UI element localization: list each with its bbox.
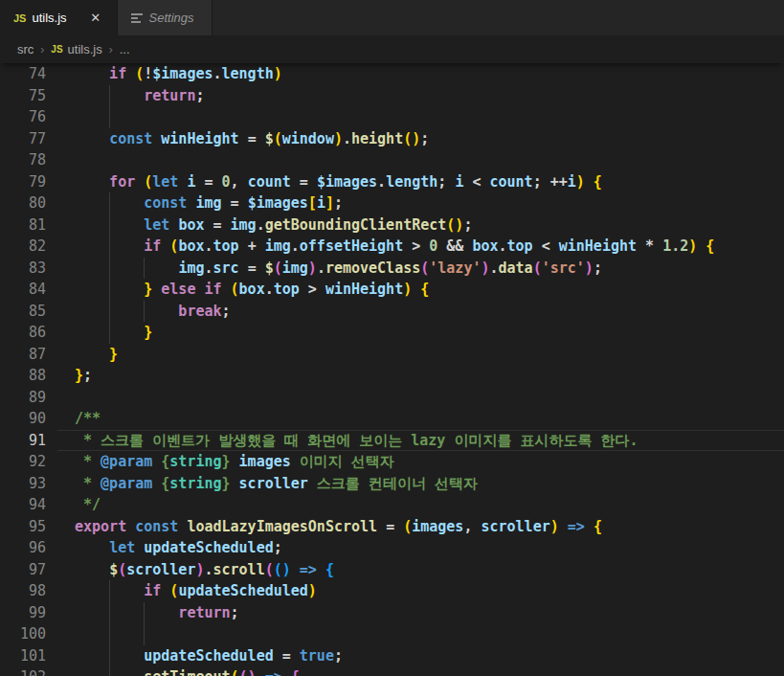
code-token: i <box>317 194 325 212</box>
breadcrumb-item-[interactable]: ... <box>120 42 130 56</box>
code-token: . <box>490 259 499 277</box>
line-number[interactable]: 74 <box>0 63 46 85</box>
tab-label: utils.js <box>32 11 66 25</box>
breadcrumb-item-utilsjs[interactable]: JSutils.js <box>51 42 101 56</box>
line-number[interactable]: 94 <box>0 494 46 516</box>
line-number[interactable]: 87 <box>0 344 46 366</box>
code-token <box>75 561 109 578</box>
indent-guide-icon <box>109 258 110 280</box>
code-line[interactable]: 82 if (box.top + img.offsetHeight > 0 &&… <box>0 236 784 258</box>
code-token: 이미지 선택자 <box>291 453 394 470</box>
code-line[interactable]: 83 img.src = $(img).removeClass('lazy').… <box>0 258 784 280</box>
code-token: data <box>499 259 533 277</box>
code-line[interactable]: 91 * 스크롤 이벤트가 발생했을 때 화면에 보이는 lazy 이미지를 표… <box>0 430 784 452</box>
code-token: string <box>169 453 221 470</box>
code-line[interactable]: 88}; <box>0 365 784 387</box>
code-line[interactable]: 98 if (updateScheduled) <box>0 580 784 602</box>
code-line[interactable]: 85 break; <box>0 301 784 323</box>
line-number[interactable]: 85 <box>0 301 46 323</box>
line-number[interactable]: 89 <box>0 387 46 409</box>
line-number[interactable]: 79 <box>0 171 46 193</box>
line-number[interactable]: 81 <box>0 214 46 237</box>
line-number[interactable]: 96 <box>0 537 46 559</box>
code-token: * <box>75 475 101 492</box>
close-icon[interactable]: ✕ <box>86 9 105 28</box>
code-line[interactable]: 80 const img = $images[i]; <box>0 192 784 214</box>
code-line[interactable]: 101 updateScheduled = true; <box>0 645 784 667</box>
indent-guide-icon <box>109 192 110 214</box>
editor[interactable]: 74 if (!$images.length)75 return;7677 co… <box>0 63 784 676</box>
code-line[interactable]: 78 <box>0 149 784 171</box>
code-token: > <box>308 281 325 298</box>
code-line[interactable]: 81 let box = img.getBoundingClientRect()… <box>0 214 784 237</box>
code-token: = <box>231 194 248 212</box>
code-line[interactable]: 95export const loadLazyImagesOnScroll = … <box>0 516 784 538</box>
indent-guide-icon <box>109 236 110 258</box>
code-token: ( <box>274 130 282 147</box>
code-line[interactable]: 100 <box>0 623 784 645</box>
line-number[interactable]: 78 <box>0 149 46 171</box>
code-line[interactable]: 87 } <box>0 344 784 366</box>
line-number[interactable]: 80 <box>0 192 46 214</box>
tab-utilsjs[interactable]: JSutils.js✕ <box>0 0 118 35</box>
line-number[interactable]: 83 <box>0 258 46 280</box>
line-number[interactable]: 76 <box>0 106 46 128</box>
line-number[interactable]: 92 <box>0 451 46 473</box>
code-line[interactable]: 94 */ <box>0 494 784 516</box>
code-line[interactable]: 75 return; <box>0 85 784 107</box>
code-token: $ <box>109 561 118 578</box>
code-token: if <box>75 65 135 82</box>
line-number[interactable]: 77 <box>0 128 46 150</box>
code-text: break; <box>75 303 231 320</box>
code-line[interactable]: 96 let updateScheduled; <box>0 537 784 559</box>
line-number[interactable]: 93 <box>0 473 46 495</box>
code-token: ; <box>334 647 343 665</box>
line-number[interactable]: 99 <box>0 602 46 624</box>
indent-guide-icon <box>144 258 145 280</box>
line-number[interactable]: 98 <box>0 580 46 602</box>
line-number[interactable]: 102 <box>0 666 46 676</box>
code-token: export <box>75 518 135 535</box>
code-token: count <box>248 173 300 191</box>
code-line[interactable]: 84 } else if (box.top > winHeight) { <box>0 279 784 301</box>
line-number[interactable]: 88 <box>0 365 46 387</box>
code-line[interactable]: 89 <box>0 387 784 409</box>
code-line[interactable]: 102 setTimeout(() => { <box>0 666 784 676</box>
code-line[interactable]: 86 } <box>0 322 784 344</box>
code-line[interactable]: 99 return; <box>0 602 784 624</box>
code-token: i <box>187 173 204 191</box>
line-number[interactable]: 97 <box>0 559 46 581</box>
code-token: ) { <box>688 237 714 255</box>
code-line[interactable]: 77 const winHeight = $(window).height(); <box>0 128 784 150</box>
line-number[interactable]: 100 <box>0 623 46 645</box>
line-number[interactable]: 82 <box>0 236 46 258</box>
code-token: { <box>325 561 334 578</box>
line-number[interactable]: 86 <box>0 322 46 344</box>
code-token: 'lazy' <box>429 259 481 277</box>
code-line[interactable]: 93 * @param {string} scroller 스크롤 컨테이너 선… <box>0 473 784 495</box>
tab-settings[interactable]: Settings <box>118 0 213 35</box>
breadcrumb-item-src[interactable]: src <box>17 42 34 56</box>
code-token: ( <box>265 561 274 578</box>
code-token: ] <box>325 194 334 212</box>
code-line[interactable]: 90/** <box>0 408 784 430</box>
code-line[interactable]: 74 if (!$images.length) <box>0 63 784 85</box>
code-line[interactable]: 92 * @param {string} images 이미지 선택자 <box>0 451 784 473</box>
line-number[interactable]: 95 <box>0 516 46 538</box>
code-token: box <box>239 281 265 298</box>
line-number[interactable]: 84 <box>0 279 46 301</box>
code-line[interactable]: 79 for (let i = 0, count = $images.lengt… <box>0 171 784 193</box>
code-token: winHeight <box>161 130 247 147</box>
line-number[interactable]: 101 <box>0 645 46 667</box>
code-token: let <box>109 539 144 556</box>
code-token: const <box>135 518 187 535</box>
code-token <box>75 130 109 147</box>
code-line[interactable]: 76 <box>0 106 784 128</box>
line-number[interactable]: 75 <box>0 85 46 107</box>
code-line[interactable]: 97 $(scroller).scroll(() => { <box>0 559 784 581</box>
code-token: updateScheduled <box>178 582 307 599</box>
line-number[interactable]: 90 <box>0 408 46 430</box>
code-token: box <box>178 216 213 234</box>
code-token: @param <box>101 453 161 470</box>
line-number[interactable]: 91 <box>0 430 46 452</box>
